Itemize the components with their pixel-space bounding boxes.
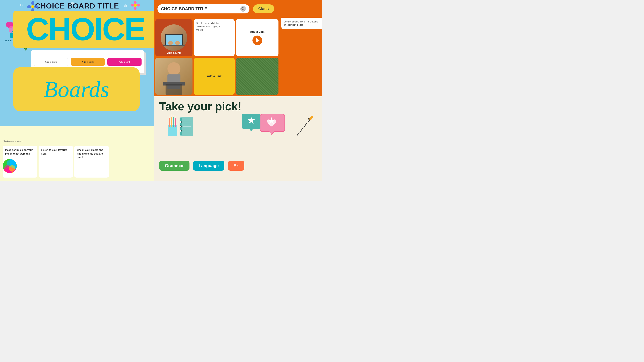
svg-point-18 bbox=[134, 4, 137, 7]
take-your-pick-heading: Take your pick! bbox=[159, 100, 317, 113]
snowflake-icon-3: ❄ bbox=[124, 3, 128, 8]
svg-point-54 bbox=[180, 121, 182, 123]
card2-text: Listen to your favorite Color bbox=[41, 149, 67, 155]
search-bar[interactable]: CHOICE BOARD TITLE bbox=[158, 4, 250, 13]
svg-marker-47 bbox=[175, 115, 176, 118]
add-link-label-cell1: Add a Link bbox=[167, 51, 181, 54]
grid-cell-1: Add a Link bbox=[155, 19, 192, 56]
take-your-pick-section: Take your pick! bbox=[154, 96, 322, 181]
cell2-text: Use this page to link to rTo create a li… bbox=[196, 22, 220, 31]
arrow-pencil-icon bbox=[296, 116, 313, 138]
add-link-label-cell3: Add a Link bbox=[250, 30, 264, 33]
boards-text: Boards bbox=[44, 76, 109, 103]
svg-line-29 bbox=[244, 9, 245, 10]
grid-cell-3[interactable]: Add a Link bbox=[236, 19, 278, 56]
svg-point-56 bbox=[180, 130, 182, 132]
take-your-pick-heading-wrapper: Take your pick! bbox=[154, 96, 322, 113]
grammar-button[interactable]: Grammar bbox=[159, 161, 190, 171]
for-text-content: Use this page to link to r To create a l… bbox=[284, 20, 318, 26]
svg-point-10 bbox=[34, 5, 38, 8]
card1-text: Make scribbles on your paper. What were … bbox=[5, 149, 33, 155]
color-wheel bbox=[2, 158, 18, 174]
svg-point-33 bbox=[168, 41, 173, 45]
search-icon[interactable] bbox=[240, 6, 246, 12]
card2-label[interactable]: Add a Link bbox=[82, 61, 94, 63]
choice-banner: CHOICE bbox=[13, 10, 154, 48]
green-pattern bbox=[236, 58, 278, 95]
svg-point-9 bbox=[31, 1, 34, 5]
left-panel: ❄ ❄ ❄ bbox=[0, 0, 154, 181]
speech-bubble-star-icon bbox=[258, 114, 286, 138]
left-bottom-area: Use this page to link to r Make scribble… bbox=[0, 126, 154, 181]
pink-flower-top-right bbox=[131, 1, 140, 10]
svg-point-34 bbox=[175, 41, 180, 45]
card3-text: Check your closet and find garments that… bbox=[77, 149, 103, 159]
svg-rect-42 bbox=[173, 117, 174, 127]
class-button[interactable]: Class bbox=[253, 4, 274, 13]
svg-point-15 bbox=[136, 4, 140, 6]
search-row: CHOICE BOARD TITLE Class bbox=[154, 0, 322, 18]
snowflake-icon-2: ❄ bbox=[71, 1, 74, 6]
grid-area: Add a Link Use this page to link to rTo … bbox=[154, 18, 281, 95]
grid-cell-5[interactable]: Add a Link bbox=[194, 58, 234, 95]
card3-label[interactable]: Add a Link bbox=[118, 61, 130, 63]
svg-marker-45 bbox=[171, 114, 172, 117]
svg-marker-44 bbox=[169, 115, 170, 118]
svg-point-12 bbox=[28, 5, 31, 8]
svg-marker-46 bbox=[173, 115, 174, 117]
boards-banner: Boards bbox=[13, 67, 140, 111]
grid-cell-2: Use this page to link to rTo create a li… bbox=[194, 19, 234, 56]
language-button[interactable]: Language bbox=[193, 161, 224, 171]
blue-flower-icon bbox=[28, 1, 38, 12]
play-triangle-icon bbox=[256, 38, 260, 43]
svg-rect-43 bbox=[175, 118, 176, 127]
play-button[interactable] bbox=[252, 35, 262, 45]
left-board-title: CHOICE BOARD TITLE bbox=[35, 2, 119, 10]
choice-text: CHOICE bbox=[26, 13, 144, 45]
right-panel: CHOICE BOARD TITLE Class Use this page t… bbox=[154, 0, 322, 181]
grid-cell-6 bbox=[236, 58, 278, 95]
svg-point-16 bbox=[134, 6, 136, 10]
for-text-box: Use this page to link to r To create a l… bbox=[281, 18, 322, 29]
person-image-1 bbox=[161, 24, 187, 51]
add-link-1[interactable]: Add a Link bbox=[155, 51, 192, 54]
subject-buttons: Grammar Language Ex bbox=[159, 161, 244, 171]
middle-card-2: Add a Link bbox=[71, 58, 105, 66]
svg-rect-38 bbox=[166, 84, 182, 95]
middle-card-3: Add a Link bbox=[108, 58, 142, 66]
grid-cell-4 bbox=[155, 58, 192, 95]
use-page-note-text: Use this page to link to r bbox=[4, 140, 22, 142]
pencil-cup-icon bbox=[164, 114, 180, 138]
notebook-icon bbox=[179, 116, 194, 138]
svg-point-35 bbox=[167, 62, 180, 75]
svg-rect-32 bbox=[163, 45, 184, 46]
svg-point-13 bbox=[31, 5, 34, 8]
middle-card-1: Add a Link bbox=[34, 58, 68, 66]
svg-rect-40 bbox=[169, 118, 170, 127]
svg-rect-41 bbox=[171, 117, 172, 127]
person-image-2 bbox=[155, 58, 192, 95]
svg-point-17 bbox=[131, 4, 134, 6]
bottom-card-2: Listen to your favorite Color bbox=[38, 146, 73, 178]
extra-button[interactable]: Ex bbox=[228, 161, 244, 171]
svg-point-14 bbox=[134, 1, 136, 4]
svg-point-55 bbox=[180, 126, 182, 127]
snowflake-icon: ❄ bbox=[20, 3, 23, 7]
svg-point-28 bbox=[242, 7, 244, 9]
add-link-label-cell5: Add a Link bbox=[207, 75, 222, 78]
use-page-note: Use this page to link to r bbox=[4, 140, 22, 142]
speech-bubble-teal-icon bbox=[240, 114, 262, 134]
svg-point-27 bbox=[9, 165, 15, 172]
bottom-card-3: Check your closet and find garments that… bbox=[74, 146, 109, 178]
card1-label[interactable]: Add a Link bbox=[45, 61, 56, 63]
search-bar-title: CHOICE BOARD TITLE bbox=[161, 6, 238, 11]
